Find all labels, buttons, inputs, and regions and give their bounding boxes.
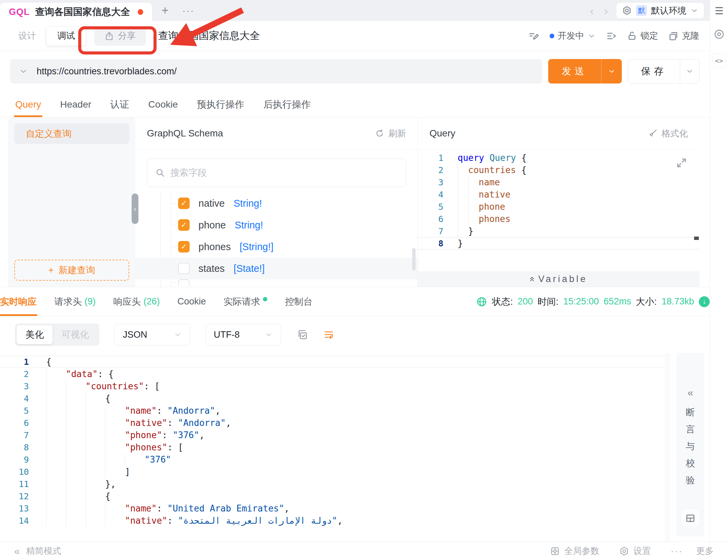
tab-query[interactable]: Query [15,92,41,117]
document-tab[interactable]: GQL 查询各国国家信息大全 [0,3,152,21]
expand-icon[interactable] [676,157,687,169]
tab-后执行操作[interactable]: 后执行操作 [263,92,311,117]
assertion-panel-collapsed[interactable]: « 断言与校验 [676,353,704,536]
query-code-editor[interactable]: 1query Query {2countries {3name4native5p… [418,150,700,271]
url-row: https://countries.trevorblades.com/ 发送 保… [0,51,710,92]
line-content: { [46,490,111,502]
environment-selector[interactable]: 默 默认环境 [616,2,704,19]
bottom-bar: « 精简模式 全局参数 设置 ··· 更多 [0,542,728,560]
edit-doc-icon[interactable] [529,31,539,41]
code-line-2: 2"data": { [0,368,665,380]
app-window: GQL 查询各国国家信息大全 + ··· ‹ › 默 默认环境 [0,0,728,560]
compact-mode-button[interactable]: « 精简模式 [14,545,61,557]
line-content: ] [46,466,130,478]
circle-gear-icon[interactable] [713,29,725,40]
beautify-button[interactable]: 美化 [17,325,53,344]
line-number: 12 [0,491,29,501]
search-placeholder: 搜索字段 [170,167,207,179]
field-type: [String!] [240,241,273,253]
url-value: https://countries.trevorblades.com/ [37,66,177,77]
send-options-button[interactable] [601,59,622,83]
response-tab-控制台[interactable]: 控制台 [285,287,312,316]
new-query-button[interactable]: + 新建查询 [14,260,129,281]
response-tab-实时响应[interactable]: 实时响应 [0,287,37,316]
request-tabs: QueryHeader认证Cookie预执行操作后执行操作 [0,92,710,117]
schema-scrollbar[interactable] [412,248,416,270]
tab-header[interactable]: Header [60,92,91,117]
visualize-button[interactable]: 可视化 [53,325,98,344]
checkbox-checked-icon[interactable]: ✓ [178,198,190,209]
layout-toggle-button[interactable] [681,508,700,528]
checkbox-checked-icon[interactable]: ✓ [178,241,190,253]
global-params-button[interactable]: 全局参数 [550,545,599,557]
panel-collapse-handle[interactable]: ‹ [132,193,138,224]
clone-button[interactable]: 克隆 [668,30,700,42]
tab-cookie[interactable]: Cookie [148,92,178,117]
schema-field-phone[interactable]: ✓phoneString! [135,214,418,236]
download-button[interactable]: ↓ [699,296,710,307]
schema-field-phones[interactable]: ✓phones[String!] [135,236,418,258]
line-content: } [458,225,474,237]
copy-check-icon [297,329,308,340]
line-number: 13 [0,504,29,514]
schema-field-states[interactable]: states[State!] [135,258,418,279]
code-snippet-button[interactable]: <> [712,54,726,68]
line-number: 8 [0,443,29,452]
format-select[interactable]: JSON [114,324,190,346]
right-rail: <> [710,21,728,542]
share-button[interactable]: 分享 [94,26,146,46]
response-tab-Cookie[interactable]: Cookie [177,287,206,316]
graphql-schema-panel: GraphQL Schema 刷新 [135,117,418,287]
line-content: phones [458,213,511,225]
response-json-viewer[interactable]: 1{2"data": {3"countries": [4{5"name": "A… [0,353,665,542]
url-input[interactable]: https://countries.trevorblades.com/ [10,59,542,83]
compact-mode-label: 精简模式 [26,545,61,557]
outline-expand-icon[interactable] [606,31,617,41]
encoding-select[interactable]: UTF-8 [205,324,281,346]
forward-icon[interactable]: › [602,4,610,17]
tab-more-button[interactable]: ··· [182,5,194,16]
wrap-lines-button[interactable] [323,329,334,340]
response-tab-实际请求[interactable]: 实际请求 [224,287,267,316]
plus-icon: + [49,265,54,276]
save-options-button[interactable] [680,59,699,83]
tab-debug[interactable]: 调试 [46,26,86,46]
schema-field-partial [135,279,418,285]
tab-认证[interactable]: 认证 [110,92,129,117]
chevron-down-icon [686,67,694,75]
line-content: { [46,392,111,405]
checkbox-unchecked-icon[interactable] [178,263,190,274]
new-tab-button[interactable]: + [161,4,169,17]
sidebar-item-custom-query[interactable]: 自定义查询 [14,124,129,144]
tab-design[interactable]: 设计 [10,30,44,42]
checkbox-checked-icon[interactable]: ✓ [178,219,190,231]
field-name: states [198,263,225,274]
response-scrollbar-track[interactable] [665,353,670,542]
dev-status-dropdown[interactable]: 开发中 [550,30,596,42]
more-button[interactable]: ··· 更多 [671,545,714,557]
chevron-down-icon [588,32,596,40]
response-tab-请求头[interactable]: 请求头(9) [54,287,96,316]
copy-response-button[interactable] [297,329,308,340]
variable-bar[interactable]: « Variable [418,271,700,287]
back-icon[interactable]: ‹ [588,4,596,17]
time-value: 15:25:00 [563,296,599,307]
tab-预执行操作[interactable]: 预执行操作 [197,92,244,117]
schema-field-native[interactable]: ✓nativeString! [135,192,418,214]
expand-left-icon: « [688,387,693,398]
format-button[interactable]: 格式化 [648,128,688,139]
response-tab-响应头[interactable]: 响应头(26) [113,287,160,316]
settings-button[interactable]: 设置 [619,545,651,557]
code-line-8: 8"phones": [ [0,441,665,453]
send-button[interactable]: 发送 [548,59,622,83]
global-params-label: 全局参数 [564,545,599,557]
lock-button[interactable]: 锁定 [627,30,658,42]
line-number: 3 [0,381,29,391]
checkbox-unchecked-icon [178,279,190,285]
code-line-4: 4{ [0,392,665,405]
menu-icon[interactable] [715,7,723,14]
save-button[interactable]: 保存 [628,59,700,83]
schema-search-input[interactable]: 搜索字段 [147,158,406,187]
editor-scrollbar-thumb[interactable] [694,237,699,240]
refresh-schema-button[interactable]: 刷新 [375,128,406,139]
